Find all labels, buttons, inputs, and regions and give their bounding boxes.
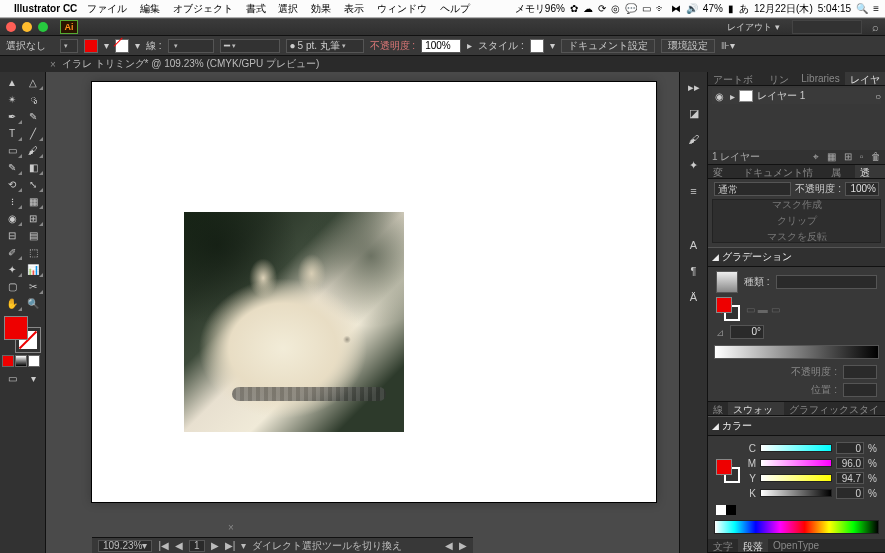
curvature-tool[interactable]: ✎ [23,108,43,124]
pen-tool[interactable]: ✒ [2,108,22,124]
magic-wand-tool[interactable]: ✴ [2,91,22,107]
layer-row[interactable]: ◉ ▸ レイヤー 1 ○ [712,88,881,104]
make-clip-icon[interactable]: ▦ [827,151,836,162]
new-sublayer-icon[interactable]: ⊞ [844,151,852,162]
gradient-panel-title[interactable]: ◢ グラデーション [708,247,885,267]
zoom-button[interactable] [38,22,48,32]
close-tab-icon[interactable]: × [50,59,56,70]
chat-icon[interactable]: 💬 [625,3,637,14]
opacity-field[interactable]: 100% [421,39,461,53]
notification-icon[interactable]: ≡ [873,3,879,14]
rotate-tool[interactable]: ⟲ [2,176,22,192]
direct-selection-tool[interactable]: △ [23,74,43,90]
tab-libraries[interactable]: Libraries [796,72,844,85]
delete-layer-icon[interactable]: 🗑 [871,151,881,162]
stroke-weight-field[interactable]: ▾ [168,39,214,53]
scale-tool[interactable]: ⤡ [23,176,43,192]
cyan-field[interactable]: 0 [836,442,864,454]
fill-stroke-control[interactable] [2,316,42,352]
gradient-tool[interactable]: ▤ [23,227,43,243]
blend-mode-dropdown[interactable]: 通常 [714,182,791,196]
search-icon[interactable]: ⌕ [872,21,879,33]
stroke-dropdown-icon[interactable]: ▾ [135,40,140,51]
artboard-nav-first-icon[interactable]: |◀ [158,540,169,551]
tab-opentype[interactable]: OpenType [768,539,824,552]
artboard-nav-dropdown-icon[interactable]: ▾ [241,540,246,551]
tab-links[interactable]: リンク [764,72,797,85]
new-layer-icon[interactable]: ▫ [860,151,864,162]
black-slider[interactable] [760,489,832,497]
shaper-tool[interactable]: ✎ [2,159,22,175]
close-button[interactable] [6,22,16,32]
circle-icon[interactable]: ◎ [611,3,620,14]
dock-glyph-icon[interactable]: Ä [684,288,704,306]
tab-swatches[interactable]: スウォッチ [728,402,784,415]
tab-layers[interactable]: レイヤー [845,72,885,85]
battery-pct[interactable]: 47% [703,3,723,14]
grad-position-field[interactable] [843,383,877,397]
mesh-tool[interactable]: ⊟ [2,227,22,243]
target-icon[interactable]: ○ [875,91,881,102]
none-mode-icon[interactable] [28,355,40,367]
dock-stroke-icon[interactable]: ≡ [684,182,704,200]
menu-view[interactable]: 表示 [344,3,364,14]
free-transform-tool[interactable]: ▦ [23,193,43,209]
clip-checkbox[interactable]: クリップ [777,214,817,228]
make-mask-button[interactable]: マスク作成 [772,198,822,212]
hand-tool[interactable]: ✋ [2,295,22,311]
selection-dropdown[interactable]: ▾ [60,39,78,53]
tab-paragraph[interactable]: 段落 [738,539,768,552]
tab-transform[interactable]: 変形 [708,165,738,178]
spotlight-icon[interactable]: 🔍 [856,3,868,14]
yellow-slider[interactable] [760,474,832,482]
eyedropper-tool[interactable]: ✐ [2,244,22,260]
document-tab[interactable]: イラレ トリミング* @ 109.23% (CMYK/GPU プレビュー) [62,57,319,71]
zoom-field[interactable]: 109.23% ▾ [98,540,152,552]
tab-graphic-styles[interactable]: グラフィックスタイル [784,402,885,415]
minimize-button[interactable] [22,22,32,32]
tab-attr[interactable]: 属性 [826,165,856,178]
line-tool[interactable]: ╱ [23,125,43,141]
gradient-preview[interactable] [716,271,738,293]
paintbrush-tool[interactable]: 🖌 [23,142,43,158]
trans-opacity-field[interactable]: 100% [845,182,879,196]
app-name[interactable]: Illustrator CC [14,3,77,14]
layer-thumbnail[interactable] [739,90,753,102]
tab-character[interactable]: 文字 [708,539,738,552]
ime-icon[interactable]: あ [739,2,749,16]
placed-image-dog[interactable] [184,212,404,432]
evernote-icon[interactable]: ✿ [570,3,578,14]
opacity-arrow-icon[interactable]: ▸ [467,40,472,51]
color-panel-title[interactable]: ◢ カラー [708,416,885,436]
dock-char-icon[interactable]: A [684,236,704,254]
menu-effect[interactable]: 効果 [311,3,331,14]
wifi-icon[interactable]: ᯤ [656,3,666,14]
menu-object[interactable]: オブジェクト [173,3,233,14]
gradient-fillstroke[interactable] [716,297,740,321]
dock-symbols-icon[interactable]: ✦ [684,156,704,174]
scroll-left-icon[interactable]: ◀ [445,540,453,551]
menu-file[interactable]: ファイル [87,3,127,14]
artboard-tool[interactable]: ▢ [2,278,22,294]
selection-tool[interactable]: ▲ [2,74,22,90]
perspective-tool[interactable]: ⊞ [23,210,43,226]
blend-tool[interactable]: ⬚ [23,244,43,260]
search-help-field[interactable] [792,20,862,34]
workspace-switcher[interactable]: レイアウト ▾ [727,21,780,34]
tab-transparency[interactable]: 透明 [855,165,885,178]
type-tool[interactable]: T [2,125,22,141]
dock-para-icon[interactable]: ¶ [684,262,704,280]
slice-tool[interactable]: ✂ [23,278,43,294]
layer-name[interactable]: レイヤー 1 [757,89,805,103]
tab-artboards[interactable]: アートボード [708,72,764,85]
rectangle-tool[interactable]: ▭ [2,142,22,158]
eraser-tool[interactable]: ◧ [23,159,43,175]
gradient-stroke-icons[interactable]: ▭ ▬ ▭ [746,304,780,315]
visibility-icon[interactable]: ◉ [712,91,726,102]
canvas[interactable]: × 109.23% ▾ |◀ ◀ 1 ▶ ▶| ▾ ダイレクト選択ツールを切り換… [46,72,679,553]
cyan-slider[interactable] [760,444,832,452]
black-field[interactable]: 0 [836,487,864,499]
style-swatch[interactable] [530,39,544,53]
menu-edit[interactable]: 編集 [140,3,160,14]
artboard-nav-last-icon[interactable]: ▶| [225,540,236,551]
